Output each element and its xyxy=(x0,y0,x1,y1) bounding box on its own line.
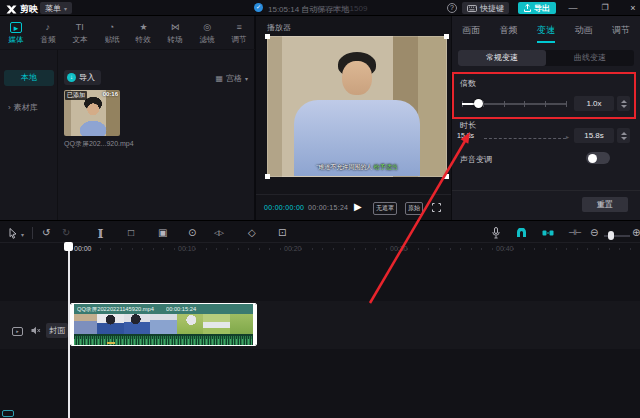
toggle-knob xyxy=(588,154,597,163)
main-track-magnet-icon[interactable] xyxy=(516,228,527,238)
mirror-icon[interactable]: ◁▷ xyxy=(214,226,223,240)
tab-text[interactable]: TI 文本 xyxy=(64,18,96,49)
inspector-panel: 画面 音频 变速 动画 调节 常规变速 曲线变速 倍数 1.0x 时长 15.8… xyxy=(452,16,640,220)
stepper-down-icon[interactable] xyxy=(621,137,627,140)
freeze-frame-icon[interactable]: ▣ xyxy=(158,226,167,240)
timeline-clip[interactable]: QQ录屏20220221145920.mp4 00:00:15:24 xyxy=(70,303,257,346)
clip-filmstrip xyxy=(71,314,256,334)
tab-audio[interactable]: ♪ 音频 xyxy=(32,18,64,49)
export-icon xyxy=(524,4,531,12)
tab-transitions[interactable]: ⋈ 转场 xyxy=(159,18,191,49)
chevron-down-icon: ▾ xyxy=(64,5,67,12)
app-logo: 剪映 xyxy=(6,3,38,16)
view-mode-dropdown[interactable]: ▦ 宫格 ▾ xyxy=(215,73,248,84)
tab-media[interactable]: ▸ 媒体 xyxy=(0,18,32,49)
import-button[interactable]: ↓ 导入 xyxy=(64,70,101,85)
tab-effects[interactable]: ★ 特效 xyxy=(128,18,160,49)
transition-icon: ⋈ xyxy=(171,22,180,33)
delete-icon[interactable]: □ xyxy=(128,226,134,240)
split-icon[interactable]: ][ xyxy=(98,226,102,240)
normal-speed-tab[interactable]: 常规变速 xyxy=(458,50,546,66)
duration-label: 时长 xyxy=(460,120,476,131)
linkage-icon[interactable]: ⊣⊢ xyxy=(568,226,582,240)
auto-snap-icon[interactable] xyxy=(542,228,554,238)
stepper-down-icon[interactable] xyxy=(621,105,627,108)
text-icon: TI xyxy=(76,22,84,33)
video-editor-window: 剪映 菜单 ▾ ✓ 15:05:14 自动保存本地 202202211509 ?… xyxy=(0,0,640,418)
speed-stepper[interactable] xyxy=(617,96,630,111)
timeline-zoom-in-icon[interactable]: ⊕ xyxy=(632,226,640,240)
sidebar-item-library[interactable]: › 素材库 xyxy=(8,102,38,113)
stepper-up-icon[interactable] xyxy=(621,132,627,135)
selection-handle[interactable] xyxy=(444,174,449,179)
selection-handle[interactable] xyxy=(444,34,449,39)
tab-speed[interactable]: 变速 xyxy=(537,24,555,43)
timeline-zoom-knob[interactable] xyxy=(608,231,614,240)
adjust-icon: ≡ xyxy=(236,22,241,33)
rotate-icon[interactable]: ◇ xyxy=(248,226,256,240)
shortcuts-button[interactable]: 快捷键 xyxy=(462,2,509,14)
pitch-toggle[interactable] xyxy=(586,152,610,164)
playhead-handle[interactable] xyxy=(64,242,73,251)
tab-picture[interactable]: 画面 xyxy=(462,24,480,43)
clip-filename: QQ录屏20220221145920.mp4 xyxy=(77,305,154,314)
record-voice-icon[interactable] xyxy=(492,227,500,239)
duration-stepper[interactable] xyxy=(617,128,630,143)
tab-sticker[interactable]: ◔ 贴纸 xyxy=(96,18,128,49)
timeline-zoom-out-icon[interactable]: ⊖ xyxy=(590,226,598,240)
app-name: 剪映 xyxy=(20,3,38,16)
music-note-icon: ♪ xyxy=(46,22,51,33)
crop-icon[interactable]: ⊡ xyxy=(278,226,286,240)
sidebar-item-local[interactable]: 本地 xyxy=(4,70,54,86)
curve-speed-tab[interactable]: 曲线变速 xyxy=(546,50,634,66)
mask-dropdown[interactable]: 无遮罩 xyxy=(373,202,397,215)
speed-value[interactable]: 1.0x xyxy=(574,96,614,111)
reverse-icon[interactable]: ⊙ xyxy=(188,226,196,240)
media-item-filename: QQ录屏202...920.mp4 xyxy=(64,139,184,149)
export-button[interactable]: 导出 xyxy=(518,2,556,14)
tab-animation[interactable]: 动画 xyxy=(575,24,593,43)
stepper-up-icon[interactable] xyxy=(621,100,627,103)
pitch-label: 声音变调 xyxy=(460,154,492,165)
minimize-button[interactable]: — xyxy=(566,2,580,14)
tab-adjust[interactable]: ≡ 调节 xyxy=(223,18,255,49)
tab-audio-settings[interactable]: 音频 xyxy=(500,24,518,43)
current-timecode: 00:00:00:00 xyxy=(264,204,304,211)
timeline-ruler[interactable]: 00:00 00:10 00:20 00:30 00:40 xyxy=(0,243,640,255)
close-button[interactable]: × xyxy=(626,2,640,14)
ratio-dropdown[interactable]: 原始 xyxy=(405,202,423,215)
player-panel-title: 播放器 xyxy=(267,22,291,33)
ruler-label: 00:40 xyxy=(496,245,514,252)
total-timecode: 00:00:15:24 xyxy=(308,204,348,211)
help-button[interactable]: ? xyxy=(447,3,457,13)
clip-duration: 00:00:15:24 xyxy=(166,306,196,312)
maximize-button[interactable]: ❐ xyxy=(598,2,612,14)
undo-icon[interactable]: ↺ xyxy=(42,226,50,240)
play-button[interactable]: ▶ xyxy=(354,201,362,212)
tab-adjustment[interactable]: 调节 xyxy=(612,24,630,43)
chevron-down-icon: ▾ xyxy=(245,75,248,82)
app-logo-icon xyxy=(6,5,17,14)
clip-header: QQ录屏20220221145920.mp4 00:00:15:24 xyxy=(71,304,256,314)
cover-button[interactable]: 封面 xyxy=(46,323,68,338)
media-item-thumbnail[interactable]: 已添加 00:16 xyxy=(64,90,120,136)
timeline-panel: ▾ ↺ ↻ ][ □ ▣ ⊙ ◁▷ ◇ ⊡ ⊣⊢ ⊖ ⊕ 00:00 00:10… xyxy=(0,220,640,418)
select-tool-chevron-icon[interactable]: ▾ xyxy=(21,231,24,238)
reset-button[interactable]: 重置 xyxy=(582,197,628,212)
tab-filters[interactable]: ◎ 滤镜 xyxy=(191,18,223,49)
redo-icon[interactable]: ↻ xyxy=(62,226,70,240)
bottom-left-icon xyxy=(2,410,14,417)
media-sidebar: 本地 › 素材库 xyxy=(0,50,58,220)
duration-value[interactable]: 15.8s xyxy=(574,128,614,143)
menu-button[interactable]: 菜单 ▾ xyxy=(40,2,72,14)
selection-handle[interactable] xyxy=(265,34,270,39)
playhead[interactable] xyxy=(68,242,70,418)
selection-handle[interactable] xyxy=(265,174,270,179)
inspector-divider xyxy=(452,190,640,191)
select-tool-icon[interactable] xyxy=(9,228,17,239)
track-mute-icon[interactable] xyxy=(31,326,41,335)
fullscreen-icon[interactable] xyxy=(432,203,441,212)
video-preview[interactable]: “难道不允许周围的人 给予适当 xyxy=(267,36,447,177)
speed-slider-handle[interactable] xyxy=(474,99,483,108)
track-visibility-icon[interactable]: ▸ xyxy=(12,327,23,336)
